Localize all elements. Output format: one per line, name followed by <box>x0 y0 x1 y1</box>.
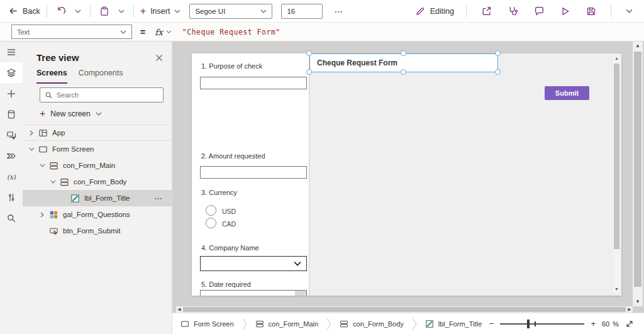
zoom-out-button[interactable]: − <box>489 319 494 328</box>
tree-item-gal-form-questions[interactable]: gal_Form_Questions <box>23 206 172 223</box>
gal-form-questions[interactable]: 1. Purpose of check 2. Amount requested … <box>192 53 309 296</box>
formula-input[interactable]: "Cheque Request Form" <box>182 28 280 36</box>
chevron-expanded-icon <box>29 147 35 152</box>
label-icon <box>425 320 434 328</box>
radio-usd[interactable] <box>206 205 216 216</box>
toolbar-overflow-button[interactable]: ⋯ <box>334 6 343 16</box>
zoom-in-button[interactable]: + <box>591 319 596 328</box>
rail-variables-button[interactable]: (x) <box>0 166 23 187</box>
share-button[interactable] <box>479 6 494 16</box>
paste-button[interactable] <box>97 6 112 16</box>
formula-bar: Text = fx "Cheque Request Form" <box>0 23 644 42</box>
tools-icon <box>6 192 16 203</box>
rail-search-button[interactable] <box>0 208 23 228</box>
fx-menu-button[interactable]: fx <box>155 27 172 37</box>
zoom-slider[interactable] <box>500 319 584 329</box>
text-input[interactable] <box>200 77 307 89</box>
tree-item-app[interactable]: App <box>23 125 172 141</box>
insert-button[interactable]: + Insert <box>140 7 181 16</box>
selection-handle[interactable] <box>495 69 501 75</box>
fit-to-window-icon[interactable] <box>625 320 634 328</box>
scroll-up-icon[interactable]: ▲ <box>613 55 620 62</box>
scroll-left-icon[interactable]: ◀ <box>176 307 182 312</box>
chevron-down-icon <box>120 30 126 35</box>
chevron-expanded-icon <box>40 163 45 168</box>
selection-handle[interactable] <box>401 50 406 56</box>
scroll-thumb[interactable] <box>614 64 619 249</box>
tree-item-btn-form-submit[interactable]: btn_Form_Submit <box>23 223 172 239</box>
comments-button[interactable] <box>531 6 547 16</box>
tree-item-form-screen[interactable]: Form Screen <box>23 141 172 157</box>
btn-form-submit[interactable]: Submit <box>545 86 589 100</box>
font-size-input[interactable]: 16 <box>281 4 323 19</box>
tree-item-label: Form Screen <box>52 145 94 153</box>
app-canvas[interactable]: 1. Purpose of check 2. Amount requested … <box>192 53 621 296</box>
tree-item-con-form-main[interactable]: con_Form_Main <box>23 157 172 174</box>
tree-view-icon <box>6 68 16 78</box>
rail-media-button[interactable] <box>0 125 23 145</box>
breadcrumb-form-screen[interactable]: Form Screen <box>180 320 234 328</box>
container-icon <box>255 320 264 328</box>
font-family-select[interactable]: Segoe UI <box>189 4 272 19</box>
divider <box>47 5 47 18</box>
canvas-horizontal-scrollbar[interactable]: ◀ ▶ <box>176 306 633 313</box>
selection-handle[interactable] <box>495 50 501 56</box>
save-button[interactable] <box>584 6 599 16</box>
chevron-down-icon <box>75 9 81 14</box>
rail-data-button[interactable] <box>0 104 23 125</box>
tree-item-con-form-body[interactable]: con_Form_Body <box>23 174 172 190</box>
breadcrumb-separator <box>412 318 417 330</box>
breadcrumb-con-form-main[interactable]: con_Form_Main <box>255 320 318 328</box>
rail-power-automate-button[interactable] <box>0 145 23 166</box>
rail-advanced-tools-button[interactable] <box>0 187 23 208</box>
tree-search-box[interactable] <box>40 87 164 103</box>
scroll-down-icon[interactable]: ▼ <box>633 298 643 306</box>
scroll-thumb[interactable] <box>634 52 641 287</box>
undo-button[interactable] <box>53 6 69 16</box>
radio-cad[interactable] <box>206 218 216 228</box>
pencil-icon <box>415 6 425 16</box>
rail-insert-button[interactable] <box>0 83 23 104</box>
tree-item-lbl-form-title[interactable]: lbl_Form_Title ⋯ <box>23 190 172 206</box>
save-menu-button[interactable] <box>623 8 635 14</box>
undo-menu-button[interactable] <box>72 9 84 14</box>
property-select[interactable]: Text <box>11 25 132 39</box>
selection-handle[interactable] <box>306 69 312 75</box>
zoom-controls: − + 60 % <box>489 319 644 329</box>
selection-handle[interactable] <box>401 69 406 75</box>
item-more-button[interactable]: ⋯ <box>154 194 172 203</box>
date-input[interactable] <box>200 290 307 296</box>
app-checker-button[interactable] <box>505 6 521 16</box>
preview-play-button[interactable] <box>558 6 573 16</box>
selection-handle[interactable] <box>306 50 312 56</box>
scroll-down-icon[interactable]: ▼ <box>613 286 620 292</box>
form-scrollbar[interactable]: ▲ ▼ <box>613 55 620 292</box>
rail-tree-view-button[interactable] <box>0 62 23 83</box>
screen-icon <box>180 320 189 328</box>
company-dropdown[interactable] <box>200 256 307 271</box>
plus-icon <box>6 89 16 99</box>
rail-menu-button[interactable] <box>0 42 23 62</box>
canvas-vertical-scrollbar[interactable]: ▲ ▼ <box>633 42 643 306</box>
scroll-thumb[interactable] <box>183 307 626 312</box>
breadcrumb-lbl-form-title[interactable]: lbl_Form_Title <box>425 320 482 328</box>
search-input[interactable] <box>57 91 151 99</box>
close-icon[interactable] <box>155 54 163 62</box>
text-input[interactable] <box>200 166 307 179</box>
new-screen-button[interactable]: + New screen <box>40 107 172 121</box>
tab-screens[interactable]: Screens <box>36 69 67 84</box>
hamburger-icon <box>6 47 16 57</box>
save-icon <box>586 6 596 16</box>
tree-item-label: App <box>52 129 65 136</box>
slider-thumb[interactable] <box>527 320 530 328</box>
power-automate-icon <box>6 151 16 161</box>
label-icon <box>70 194 80 203</box>
breadcrumb-con-form-body[interactable]: con_Form_Body <box>340 320 404 328</box>
editing-mode-button[interactable]: Editing <box>415 6 454 16</box>
scroll-up-icon[interactable]: ▲ <box>633 42 643 50</box>
scroll-right-icon[interactable]: ▶ <box>626 307 633 312</box>
back-button[interactable]: Back <box>9 6 40 16</box>
breadcrumb-label: con_Form_Body <box>353 320 404 328</box>
tab-components[interactable]: Components <box>79 69 123 84</box>
paste-menu-button[interactable] <box>116 9 127 14</box>
